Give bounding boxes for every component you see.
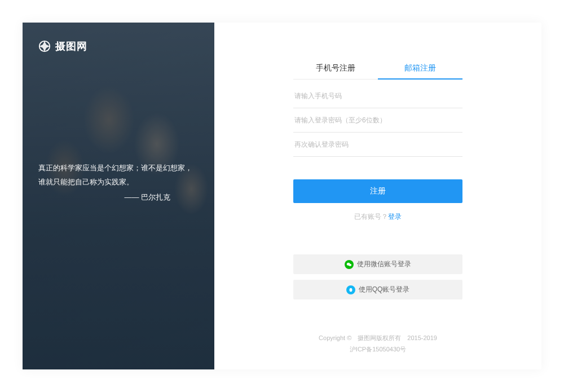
tab-email-register[interactable]: 邮箱注册 [378,58,462,79]
logo-row: 摄图网 [38,39,199,53]
wechat-icon [345,260,354,269]
svg-point-2 [349,263,351,266]
qq-login-label: 使用QQ账号登录 [359,285,410,294]
icp-line: 沪ICP备15050430号 [293,344,462,355]
register-form: 注册 [293,84,462,203]
quote-text: 真正的科学家应当是个幻想家；谁不是幻想家，谁就只能把自己称为实践家。 [38,161,199,189]
copyright-line: Copyright © 摄图网版权所有 2015-2019 [293,333,462,344]
login-hint-text: 已有账号？ [354,213,388,221]
footer: Copyright © 摄图网版权所有 2015-2019 沪ICP备15050… [293,333,462,355]
password-input[interactable] [293,108,462,133]
svg-point-3 [349,288,352,292]
qq-icon [346,285,355,294]
confirm-password-input[interactable] [293,133,462,157]
form-panel: 手机号注册 邮箱注册 注册 已有账号？登录 使用微信账号登录 使用 [214,23,541,369]
tab-phone-register[interactable]: 手机号注册 [293,58,378,79]
social-login: 使用微信账号登录 使用QQ账号登录 [293,254,462,305]
login-container: 摄图网 真正的科学家应当是个幻想家；谁不是幻想家，谁就只能把自己称为实践家。 —… [23,23,541,369]
phone-input[interactable] [293,84,462,108]
wechat-login-button[interactable]: 使用微信账号登录 [293,254,462,274]
register-button[interactable]: 注册 [293,179,462,203]
quote-block: 真正的科学家应当是个幻想家；谁不是幻想家，谁就只能把自己称为实践家。 —— 巴尔… [38,161,199,202]
site-name: 摄图网 [55,39,87,53]
register-tabs: 手机号注册 邮箱注册 [293,58,462,80]
qq-login-button[interactable]: 使用QQ账号登录 [293,280,462,299]
hero-panel: 摄图网 真正的科学家应当是个幻想家；谁不是幻想家，谁就只能把自己称为实践家。 —… [23,23,214,369]
wechat-login-label: 使用微信账号登录 [357,259,411,269]
login-hint: 已有账号？登录 [293,212,462,222]
quote-author: —— 巴尔扎克 [38,192,199,202]
camera-aperture-icon [38,40,51,52]
login-link[interactable]: 登录 [388,213,402,221]
